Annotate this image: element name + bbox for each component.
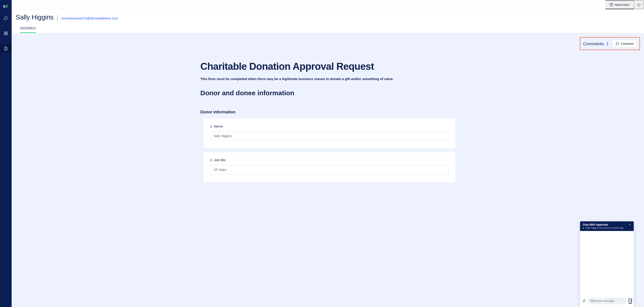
chat-body <box>580 231 634 296</box>
svg-rect-0 <box>4 32 5 33</box>
tab-date[interactable]: 2022/09/12 <box>20 24 36 33</box>
svg-point-5 <box>5 298 6 299</box>
help-circle-icon <box>610 3 613 6</box>
main-region: Need help? Sally Higgins | surveytestuse… <box>12 0 644 307</box>
nav-item-chat[interactable] <box>0 14 12 22</box>
svg-rect-2 <box>4 34 5 35</box>
svg-rect-1 <box>6 32 8 33</box>
document-check-icon <box>4 46 8 50</box>
question-1-label: 1. Name <box>210 124 448 128</box>
close-icon <box>628 223 631 226</box>
section-title: Donor and donee information <box>200 89 455 97</box>
sidebar-nav <box>0 14 12 53</box>
nav-item-dashboard[interactable] <box>0 29 12 38</box>
applicant-email-link[interactable]: surveytestuser15@devanddeliver.com <box>61 16 118 20</box>
question-card-2: 2. Job title <box>204 152 455 182</box>
question-1-input[interactable] <box>210 131 448 141</box>
question-2-label: 2. Job title <box>210 158 448 162</box>
comments-label: Comments: <box>583 41 605 46</box>
svg-rect-3 <box>6 34 8 35</box>
chat-close-button[interactable] <box>628 223 631 226</box>
header-divider: | <box>57 14 58 21</box>
app-sidebar: s <box>0 0 12 307</box>
svg-point-4 <box>5 289 6 290</box>
comment-button[interactable]: Comment <box>612 40 637 48</box>
nav-item-form[interactable] <box>0 44 12 53</box>
comments-box: Comments: 1 Comment <box>580 37 640 50</box>
paperclip-icon <box>582 299 586 302</box>
nav-item-settings[interactable] <box>4 287 8 292</box>
subsection-title: Donor information <box>200 110 455 114</box>
chat-message-input[interactable] <box>588 298 626 304</box>
sidebar-bottom <box>4 287 8 307</box>
need-help-button[interactable]: Need help? <box>605 0 634 9</box>
need-help-label: Need help? <box>615 3 630 6</box>
power-icon <box>637 3 641 6</box>
question-2-input[interactable] <box>210 165 448 174</box>
chat-widget: Chat With Applicant Sally Higgins was ac… <box>580 221 634 307</box>
gear-icon <box>4 287 8 291</box>
chat-send-button[interactable] <box>628 298 632 304</box>
send-icon <box>629 300 632 302</box>
question-card-1: 1. Name <box>204 118 455 148</box>
chat-bubble-icon <box>4 16 8 20</box>
nav-item-profile[interactable] <box>4 297 8 302</box>
content-area: Comments: 1 Comment Charitable Donation … <box>12 33 644 307</box>
chat-attach-button[interactable] <box>582 299 586 303</box>
topbar: Need help? <box>12 0 644 10</box>
page-header: Sally Higgins | surveytestuser15@devandd… <box>12 10 644 33</box>
comments-row: Comments: 1 Comment <box>12 33 644 52</box>
comment-icon <box>616 42 619 46</box>
logo-text: s <box>3 4 5 9</box>
logo-mark-icon <box>6 4 9 8</box>
grid-icon <box>4 31 8 35</box>
comment-button-label: Comment <box>621 42 634 46</box>
user-icon <box>4 297 8 301</box>
chat-status: Sally Higgins was active 6 months ago <box>583 227 624 229</box>
form-title: Charitable Donation Approval Request <box>200 61 455 72</box>
form-page: Charitable Donation Approval Request Thi… <box>178 52 478 200</box>
logout-button[interactable] <box>634 0 644 9</box>
chat-header: Chat With Applicant Sally Higgins was ac… <box>580 221 634 231</box>
chat-input-row <box>580 296 634 307</box>
applicant-name: Sally Higgins <box>16 14 54 21</box>
question-card-3 <box>204 186 455 186</box>
chat-title: Chat With Applicant <box>583 223 624 226</box>
comments-count: 1 <box>606 41 609 46</box>
form-subtitle: This form must be completed when there m… <box>200 77 455 81</box>
app-logo: s <box>3 2 8 12</box>
tabs: 2022/09/12 <box>16 24 640 33</box>
